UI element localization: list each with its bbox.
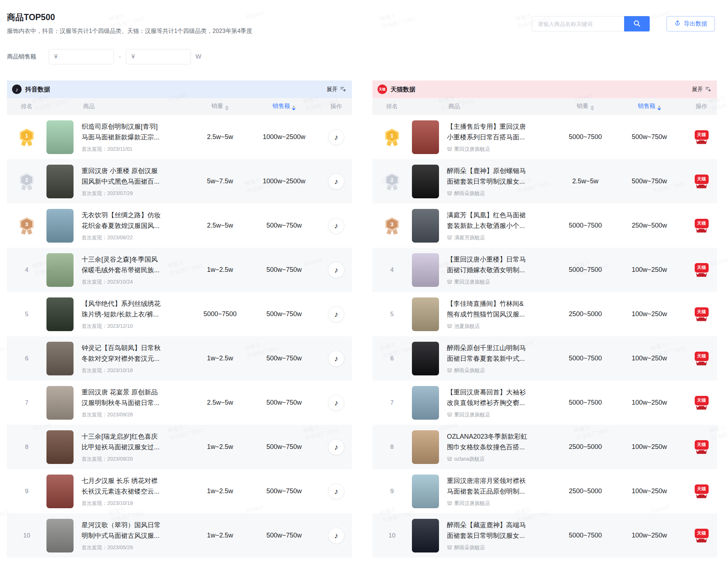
product-image[interactable] [412, 430, 439, 464]
product-title[interactable]: 无衣饮羽【丝绸之路】仿妆花织金春夏敦煌汉服国风... [82, 210, 161, 231]
tmall-action-button[interactable]: 天猫 [695, 130, 709, 144]
export-data-button[interactable]: 导出数据 [667, 16, 715, 31]
sales-volume-value: 5000~7500 [558, 355, 613, 362]
product-title[interactable]: 重回汉唐溶溶月竖领对襟袄马面裙套装正品原创明制... [447, 476, 526, 497]
product-title[interactable]: 【李佳琦直播间】竹林间&熊有成竹熊猫竹国风汉服... [447, 299, 525, 320]
product-image[interactable] [412, 165, 439, 198]
tmall-action-button[interactable]: 天猫 [695, 263, 709, 277]
table-row: 7 重回汉唐 花宴景 原创新品汉服明制秋冬马面裙日常... 首次发现：2023/… [7, 381, 352, 425]
douyin-action-button[interactable]: ♪ [328, 483, 344, 499]
douyin-action-button[interactable]: ♪ [328, 395, 344, 411]
product-image[interactable] [412, 342, 439, 375]
product-title[interactable]: 醉雨朵【藏蓝鹿神】高端马面裙套装日常明制汉服女... [447, 520, 526, 541]
douyin-action-button[interactable]: ♪ [328, 262, 344, 278]
douyin-action-button[interactable]: ♪ [328, 439, 344, 455]
column-sales-amount[interactable]: 销售额 [613, 102, 686, 110]
product-text: 十三余[瑞龙启岁]红色喜庆比甲短袄马面裙汉服女过... 首次发现：2023/09… [82, 431, 160, 462]
product-title[interactable]: 十三余[灵谷之森]冬季国风保暖毛绒外套吊带裙民族... [82, 254, 160, 276]
douyin-action-button[interactable]: ♪ [328, 351, 344, 367]
product-title[interactable]: 【风华绝代】系列丝绒绣花珠片绣-短款/长款上衣/裤... [82, 299, 161, 320]
tmall-action-button[interactable]: 天猫 [695, 396, 709, 410]
product-image[interactable] [46, 120, 74, 154]
product-image[interactable] [412, 475, 439, 508]
product-title[interactable]: 星河汉歌（翠羽）国风日常明制中式马面裙古风汉服... [82, 520, 161, 541]
sales-max-input[interactable] [138, 53, 186, 60]
product-image[interactable] [46, 386, 74, 420]
product-title[interactable]: 重回汉唐 小重楼 原创汉服国风新中式黑色马面裙百... [82, 166, 160, 187]
rank-medal: 1 [385, 129, 399, 146]
product-title[interactable]: 钟灵记【百鸟朝凤】日常秋冬款对交穿对襟外套汉元... [82, 343, 161, 364]
search-box [532, 16, 650, 31]
tmall-action-button[interactable]: 天猫 [695, 352, 709, 366]
product-image[interactable] [412, 386, 439, 420]
product-title[interactable]: 十三余[瑞龙启岁]红色喜庆比甲短袄马面裙汉服女过... [82, 431, 160, 453]
product-title[interactable]: 重回汉唐 花宴景 原创新品汉服明制秋冬马面裙日常... [82, 387, 160, 408]
action-cell: ♪ [321, 351, 352, 367]
rank-number: 1 [25, 132, 28, 139]
expand-icon [705, 86, 711, 93]
product-title[interactable]: 织造司原创明制汉服[青羽]马面马面裙新款爆款正宗... [82, 121, 160, 143]
product-image[interactable] [46, 297, 74, 331]
tmall-action-button[interactable]: 天猫 [695, 484, 709, 498]
tmall-expand-button[interactable]: 展开 [692, 86, 711, 93]
douyin-action-button[interactable]: ♪ [328, 173, 344, 190]
tmall-action-button[interactable]: 天猫 [695, 219, 709, 233]
product-cell: 七月夕汉服 长乐 绣花对襟长袄汉元素连衣裙镂空云... 首次发现：2023/10… [46, 475, 193, 508]
tmall-action-button[interactable]: 天猫 [695, 307, 709, 321]
product-meta-text: 重回汉唐旗舰店 [454, 279, 490, 285]
product-image[interactable] [46, 209, 74, 243]
product-cell: 醉雨朵【鹿神】原创螺钿马面裙套装日常明制汉服女... 醉雨朵旗舰店 [412, 165, 558, 198]
tmall-action-button[interactable]: 天猫 [695, 175, 709, 188]
product-image[interactable] [412, 209, 439, 243]
sales-min-input[interactable] [60, 53, 108, 60]
product-image[interactable] [412, 519, 439, 552]
product-image[interactable] [46, 430, 74, 464]
douyin-expand-button[interactable]: 展开 [327, 86, 346, 93]
table-row: 4 【重回汉唐小重楼】日常马面裙订婚嫁衣敬酒女明制... 重回汉唐旗舰店 500… [372, 248, 717, 292]
product-title[interactable]: 【主播售后专用】重回汉唐小重楼系列日常百搭马面... [447, 121, 526, 143]
product-image[interactable] [46, 519, 74, 552]
sales-volume-value: 1w~2.5w [193, 532, 248, 539]
product-title[interactable]: 醉雨朵原创千里江山明制马面裙日常春夏套装新中式... [447, 343, 526, 364]
rank-cell: 9 [7, 488, 46, 495]
product-title[interactable]: OZLANA2023冬季新款彩虹围巾女格纹条纹撞色百搭... [447, 431, 528, 453]
column-sales-volume[interactable]: 销量 [558, 102, 613, 110]
product-image[interactable] [46, 475, 74, 508]
product-title[interactable]: 【重回汉唐蓦回首】大袖衫改良直领对襟衫齐胸交窬... [447, 387, 526, 408]
product-title[interactable]: 七月夕汉服 长乐 绣花对襟长袄汉元素连衣裙镂空云... [82, 476, 160, 497]
product-meta: 首次发现：2023/09/20 [82, 456, 160, 462]
product-meta: 首次发现：2023/11/01 [82, 146, 160, 153]
douyin-action-button[interactable]: ♪ [328, 218, 344, 234]
export-label: 导出数据 [684, 20, 707, 28]
search-button[interactable] [624, 16, 650, 31]
rank-cell: 6 [372, 355, 412, 362]
product-title[interactable]: 满庭芳【凤凰】红色马面裙套装新款上衣敬酒服小个... [447, 210, 526, 231]
tmall-action-button[interactable]: 天猫 [695, 440, 709, 454]
column-sales-volume[interactable]: 销量 [193, 102, 248, 110]
product-image[interactable] [46, 253, 74, 287]
product-title[interactable]: 【重回汉唐小重楼】日常马面裙订婚嫁衣敬酒女明制... [447, 254, 526, 276]
rank-cell: 4 [7, 266, 46, 274]
douyin-action-button[interactable]: ♪ [328, 528, 344, 544]
search-input[interactable] [532, 16, 624, 31]
tmall-logo: 天猫 [695, 263, 709, 273]
product-image[interactable] [46, 165, 74, 198]
sales-volume-value: 2500~5000 [558, 487, 613, 495]
table-row: 10 星河汉歌（翠羽）国风日常明制中式马面裙古风汉服... 首次发现：2023/… [7, 513, 352, 558]
tmall-action-button[interactable]: 天猫 [695, 529, 709, 543]
sales-volume-value: 5000~7500 [558, 266, 613, 274]
product-image[interactable] [412, 297, 439, 331]
sales-amount-value: 100w~250w [613, 355, 686, 362]
douyin-action-button[interactable]: ♪ [328, 306, 344, 322]
product-title[interactable]: 醉雨朵【鹿神】原创螺钿马面裙套装日常明制汉服女... [447, 166, 526, 187]
product-image[interactable] [46, 342, 74, 375]
action-cell: 天猫 [686, 352, 717, 366]
product-text: 醉雨朵【鹿神】原创螺钿马面裙套装日常明制汉服女... 醉雨朵旗舰店 [447, 166, 526, 197]
table-row: 3 无衣饮羽【丝绸之路】仿妆花织金春夏敦煌汉服国风... 首次发现：2023/0… [7, 203, 352, 248]
product-image[interactable] [412, 253, 439, 287]
column-sales-amount[interactable]: 销售额 [248, 102, 321, 110]
product-image[interactable] [412, 120, 439, 154]
tmall-cat-icon [696, 494, 707, 498]
product-meta-text: 首次发现：2023/07/29 [82, 190, 133, 197]
douyin-action-button[interactable]: ♪ [328, 129, 344, 145]
